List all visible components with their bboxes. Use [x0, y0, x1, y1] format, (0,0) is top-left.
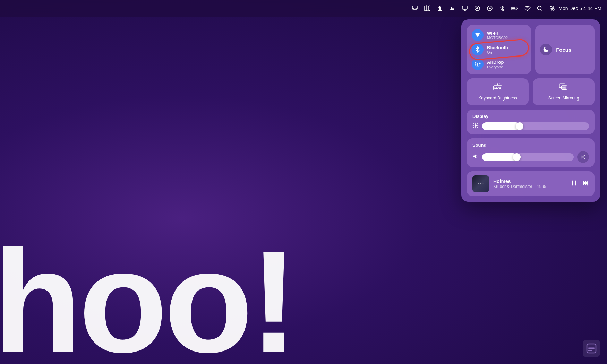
svg-rect-25	[494, 88, 498, 89]
svg-rect-5	[462, 6, 467, 9]
svg-line-42	[474, 127, 475, 128]
display-brightness-icon	[472, 122, 479, 130]
svg-point-27	[497, 84, 498, 85]
svg-point-13	[527, 10, 528, 11]
screen-mirroring-label: Screen Mirroring	[548, 96, 579, 101]
svg-point-44	[582, 156, 584, 158]
bluetooth-item[interactable]: Bluetooth On	[472, 44, 526, 55]
svg-rect-24	[499, 87, 501, 87]
wifi-icon	[472, 29, 484, 41]
airdrop-text: AirDrop Everyone	[487, 60, 504, 69]
svg-point-34	[475, 124, 477, 127]
sound-section: Sound	[467, 138, 595, 167]
svg-rect-46	[575, 180, 576, 185]
skip-forward-button[interactable]	[581, 179, 589, 189]
plex-icon[interactable]	[486, 5, 493, 12]
battery-icon[interactable]	[511, 5, 518, 12]
svg-marker-1	[425, 6, 430, 11]
sound-volume-icon	[472, 153, 479, 161]
track-info: Holmes Kruder & Dorfmeister – 1995	[493, 179, 566, 189]
svg-point-7	[476, 7, 478, 9]
now-playing-section: k&d Holmes Kruder & Dorfmeister – 1995	[467, 171, 595, 196]
svg-marker-9	[489, 7, 491, 9]
airplay-icon[interactable]	[461, 5, 468, 12]
desktop-text: hoo!	[0, 229, 295, 364]
control-center-panel: Wi-Fi MOTOBC02 Bluetooth On	[461, 19, 600, 202]
search-menubar-icon[interactable]	[536, 5, 543, 12]
svg-marker-43	[473, 154, 476, 158]
screen-mirroring-icon	[559, 83, 568, 93]
bluetooth-name: Bluetooth	[487, 45, 508, 50]
wifi-name: Wi-Fi	[487, 31, 508, 36]
track-title: Holmes	[493, 179, 566, 184]
wifi-text: Wi-Fi MOTOBC02	[487, 31, 508, 40]
display-slider-track[interactable]	[482, 122, 589, 130]
svg-rect-11	[512, 7, 515, 9]
cc-btn-row: Keyboard Brightness Screen Mirroring	[467, 78, 595, 105]
svg-rect-4	[438, 10, 442, 11]
focus-moon-icon	[540, 44, 552, 55]
album-art: k&d	[472, 175, 489, 192]
svg-rect-22	[496, 87, 497, 87]
wifi-menubar-icon[interactable]	[524, 5, 531, 12]
album-art-inner: k&d	[472, 175, 489, 192]
creative-cloud-icon[interactable]	[449, 5, 456, 12]
svg-line-39	[474, 124, 475, 124]
screen-mirroring-tile[interactable]: Screen Mirroring	[533, 78, 595, 105]
display-label: Display	[472, 114, 589, 119]
svg-rect-12	[517, 8, 518, 9]
svg-rect-33	[562, 86, 566, 89]
sound-slider-row	[472, 151, 589, 163]
transporter-icon[interactable]	[436, 5, 443, 12]
svg-rect-23	[498, 87, 499, 87]
bottom-right-app-icon[interactable]	[583, 340, 600, 357]
control-center-toggle-icon[interactable]	[549, 5, 556, 12]
svg-rect-52	[588, 348, 595, 349]
sound-slider-track[interactable]	[482, 153, 574, 161]
airdrop-name: AirDrop	[487, 60, 504, 65]
svg-rect-0	[412, 6, 417, 9]
bluetooth-icon	[472, 44, 484, 55]
playback-controls	[570, 179, 589, 189]
track-artist: Kruder & Dorfmeister – 1995	[493, 184, 566, 189]
display-slider-row	[472, 122, 589, 130]
bluetooth-text: Bluetooth On	[487, 45, 508, 54]
inbox-icon[interactable]	[411, 5, 418, 12]
sound-label: Sound	[472, 142, 589, 148]
display-section: Display	[467, 110, 595, 134]
podcast-icon[interactable]	[474, 5, 481, 12]
svg-line-30	[499, 84, 500, 84]
svg-rect-45	[572, 180, 573, 185]
svg-rect-51	[588, 347, 595, 348]
focus-label: Focus	[556, 47, 571, 53]
pause-button[interactable]	[570, 179, 578, 189]
cc-top-row: Wi-Fi MOTOBC02 Bluetooth On	[467, 25, 595, 74]
svg-point-19	[477, 36, 478, 37]
svg-point-15	[550, 6, 552, 8]
svg-rect-53	[588, 350, 592, 351]
focus-tile[interactable]: Focus	[535, 25, 595, 74]
bluetooth-menubar-icon[interactable]	[499, 5, 506, 12]
airdrop-sub: Everyone	[487, 65, 504, 69]
keyboard-brightness-tile[interactable]: Keyboard Brightness	[467, 78, 529, 105]
svg-rect-21	[494, 87, 495, 87]
svg-line-41	[477, 124, 478, 124]
svg-marker-49	[585, 180, 588, 185]
airdrop-icon	[472, 58, 484, 70]
wifi-sub: MOTOBC02	[487, 36, 508, 40]
bluetooth-sub: On	[487, 50, 508, 54]
airdrop-item[interactable]: AirDrop Everyone	[472, 58, 526, 70]
wifi-item[interactable]: Wi-Fi MOTOBC02	[472, 29, 526, 41]
menubar-time: Mon Dec 5 4:44 PM	[558, 6, 601, 11]
svg-rect-20	[494, 86, 502, 90]
sound-output-icon[interactable]	[577, 151, 589, 163]
keyboard-brightness-label: Keyboard Brightness	[478, 96, 517, 101]
svg-point-16	[552, 8, 554, 10]
menubar: Mon Dec 5 4:44 PM	[0, 0, 607, 17]
network-tile[interactable]: Wi-Fi MOTOBC02 Bluetooth On	[467, 25, 531, 74]
svg-line-40	[477, 127, 478, 128]
svg-line-29	[496, 84, 496, 84]
maps-icon[interactable]	[424, 5, 431, 12]
keyboard-brightness-icon	[493, 83, 502, 93]
menubar-icons	[411, 5, 556, 12]
